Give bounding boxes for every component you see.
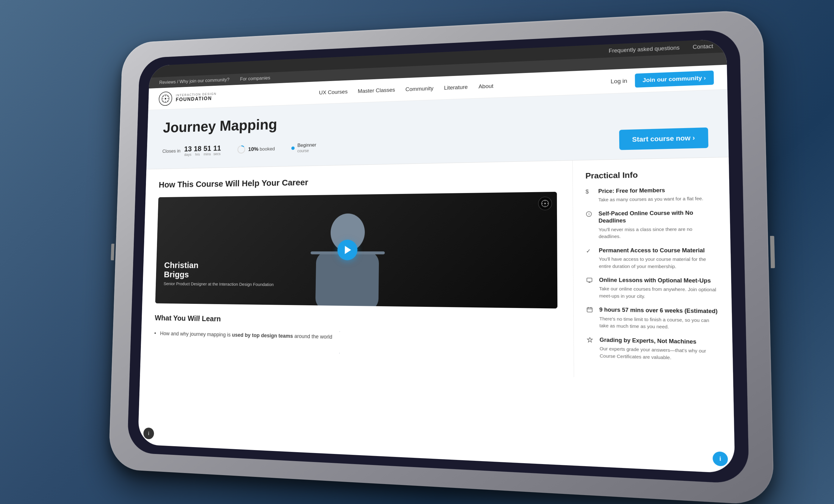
self-paced-title: Self-Paced Online Course with No Deadlin… bbox=[598, 209, 716, 225]
header-actions: Log in Join our community › bbox=[611, 70, 714, 88]
logo-foundation: FOUNDATION bbox=[176, 95, 217, 103]
left-content: How This Course Will Help Your Career bbox=[140, 160, 574, 377]
duration-title: 9 hours 57 mins over 6 weeks (Estimated) bbox=[599, 307, 718, 315]
price-content: Price: Free for Members Take as many cou… bbox=[598, 186, 704, 203]
video-name-overlay: ChristianBriggs Senior Product Designer … bbox=[163, 260, 274, 287]
faq-link[interactable]: Frequently asked questions bbox=[609, 44, 680, 54]
time-blocks: 13 days 18 hrs 51 mins bbox=[184, 144, 221, 156]
learn-list: How and why journey mapping is used by t… bbox=[154, 328, 558, 348]
days-number: 13 bbox=[184, 145, 192, 153]
play-triangle-icon bbox=[345, 246, 351, 254]
nav-master-classes[interactable]: Master Classes bbox=[358, 87, 395, 94]
secs-label: secs bbox=[213, 152, 221, 156]
difficulty-label: course bbox=[297, 148, 309, 153]
nav-ux-courses[interactable]: UX Courses bbox=[319, 88, 348, 96]
booked-percent: 10% bbox=[248, 146, 259, 152]
reviews-link[interactable]: Reviews / Why join our community? bbox=[159, 77, 229, 85]
duration-desc: There's no time limit to finish a course… bbox=[599, 315, 719, 331]
grading-desc: Our experts grade your answers—that's wh… bbox=[599, 345, 719, 362]
logo[interactable]: INTERACTION DESIGN FOUNDATION bbox=[158, 89, 217, 106]
contact-link[interactable]: Contact bbox=[693, 43, 713, 50]
hrs-block: 18 hrs bbox=[194, 145, 202, 156]
grading-content: Grading by Experts, Not Machines Our exp… bbox=[599, 336, 719, 362]
info-price: $ Price: Free for Members Take as many c… bbox=[586, 186, 716, 204]
nav-community[interactable]: Community bbox=[405, 85, 433, 92]
main-nav: UX Courses Master Classes Community Lite… bbox=[319, 83, 493, 96]
login-button[interactable]: Log in bbox=[611, 78, 627, 85]
closes-in: Closes in 13 days 18 hrs 51 bbox=[162, 144, 221, 157]
tablet-side-button bbox=[111, 244, 114, 260]
booked-info: 10% booked bbox=[248, 146, 275, 153]
difficulty-level: Beginner bbox=[297, 142, 316, 148]
info-self-paced: i Self-Paced Online Course with No Deadl… bbox=[586, 209, 717, 240]
nav-literature[interactable]: Literature bbox=[444, 84, 468, 91]
practical-info-title: Practical Info bbox=[585, 169, 716, 181]
online-lessons-title: Online Lessons with Optional Meet-Ups bbox=[599, 277, 718, 285]
join-community-button[interactable]: Join our community › bbox=[635, 70, 714, 87]
difficulty-info: Beginner course bbox=[297, 142, 316, 153]
permanent-access-icon: ✓ bbox=[586, 247, 594, 255]
self-paced-content: Self-Paced Online Course with No Deadlin… bbox=[598, 209, 717, 240]
self-paced-icon: i bbox=[586, 211, 594, 219]
svg-text:i: i bbox=[589, 212, 590, 216]
permanent-access-title: Permanent Access to Course Material bbox=[599, 247, 717, 255]
price-icon: $ bbox=[586, 189, 594, 195]
learn-title: What You Will Learn bbox=[155, 313, 557, 329]
right-sidebar: Practical Info $ Price: Free for Members… bbox=[572, 157, 733, 381]
permanent-access-desc: You'll have access to your course materi… bbox=[599, 256, 717, 270]
difficulty-dot bbox=[291, 147, 294, 150]
grading-icon bbox=[587, 336, 595, 345]
info-online-lessons: Online Lessons with Optional Meet-Ups Ta… bbox=[586, 277, 718, 301]
online-lessons-content: Online Lessons with Optional Meet-Ups Ta… bbox=[599, 277, 718, 301]
days-block: 13 days bbox=[184, 145, 192, 157]
video-section-title: How This Course Will Help Your Career bbox=[159, 173, 557, 190]
svg-rect-23 bbox=[587, 278, 592, 282]
video-logo-overlay bbox=[538, 197, 552, 210]
info-duration: 9 hours 57 mins over 6 weeks (Estimated)… bbox=[587, 306, 719, 331]
mins-number: 51 bbox=[203, 145, 211, 152]
svg-rect-26 bbox=[587, 308, 592, 312]
learn-item-1: How and why journey mapping is used by t… bbox=[154, 328, 558, 348]
booked-section: 10% booked bbox=[237, 144, 275, 154]
closes-label: Closes in bbox=[162, 148, 180, 154]
online-lessons-desc: Take our online courses from anywhere. J… bbox=[599, 285, 718, 301]
info-button-right[interactable]: i bbox=[712, 451, 728, 466]
learn-section: What You Will Learn How and why journey … bbox=[154, 313, 558, 348]
screen: Frequently asked questions Contact Revie… bbox=[138, 39, 735, 473]
companies-link[interactable]: For companies bbox=[240, 75, 270, 82]
online-lessons-icon bbox=[586, 277, 594, 285]
mins-block: 51 mins bbox=[203, 145, 212, 156]
tablet-power-button bbox=[770, 236, 775, 268]
hrs-number: 18 bbox=[194, 145, 201, 152]
permanent-access-content: Permanent Access to Course Material You'… bbox=[599, 247, 717, 270]
progress-circle bbox=[237, 145, 246, 154]
video-player[interactable]: ChristianBriggs Senior Product Designer … bbox=[155, 192, 557, 309]
svg-point-16 bbox=[544, 203, 546, 204]
tablet-device: Frequently asked questions Contact Revie… bbox=[108, 9, 774, 504]
days-label: days bbox=[184, 152, 192, 157]
duration-content: 9 hours 57 mins over 6 weeks (Estimated)… bbox=[599, 307, 719, 331]
nav-about[interactable]: About bbox=[478, 83, 493, 90]
logo-text: INTERACTION DESIGN FOUNDATION bbox=[176, 92, 217, 103]
svg-point-1 bbox=[165, 98, 166, 100]
logo-icon bbox=[158, 91, 172, 106]
presenter-role: Senior Product Designer at the Interacti… bbox=[163, 281, 274, 287]
tablet-inner-frame: Frequently asked questions Contact Revie… bbox=[127, 29, 749, 484]
grading-title: Grading by Experts, Not Machines bbox=[599, 336, 719, 346]
self-paced-desc: You'll never miss a class since there ar… bbox=[599, 225, 717, 240]
duration-icon bbox=[587, 307, 595, 315]
info-grading: Grading by Experts, Not Machines Our exp… bbox=[587, 336, 719, 362]
presenter-name: ChristianBriggs bbox=[164, 260, 274, 280]
main-content: How This Course Will Help Your Career bbox=[140, 157, 733, 381]
start-course-button[interactable]: Start course now › bbox=[619, 128, 709, 150]
info-permanent-access: ✓ Permanent Access to Course Material Yo… bbox=[586, 247, 717, 270]
price-title: Price: Free for Members bbox=[598, 186, 703, 195]
price-desc: Take as many courses as you want for a f… bbox=[598, 195, 704, 203]
booked-text: booked bbox=[260, 146, 275, 152]
info-button-left[interactable]: i bbox=[143, 428, 154, 439]
secs-number: 11 bbox=[213, 144, 221, 152]
mins-label: mins bbox=[203, 152, 211, 156]
difficulty-section: Beginner course bbox=[291, 142, 316, 153]
secs-block: 11 secs bbox=[213, 144, 221, 156]
